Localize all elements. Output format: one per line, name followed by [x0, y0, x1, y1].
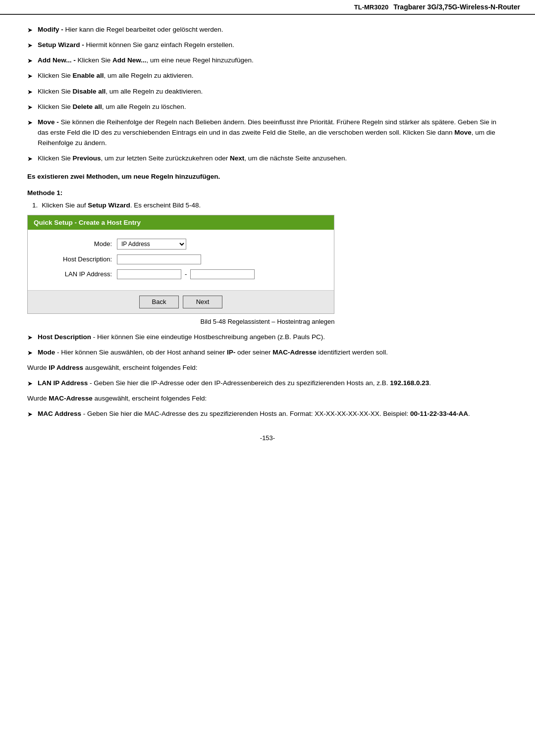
bullet-lan-ip: ➤ LAN IP Address - Geben Sie hier die IP… — [27, 378, 508, 389]
modify-label: Modify - — [38, 26, 63, 33]
quick-setup-body: Mode: IP Address MAC Address Host Descri… — [28, 230, 334, 290]
ip-bold: IP- — [227, 349, 235, 356]
bullet-host-description: ➤ Host Description - Hier können Sie ein… — [27, 332, 508, 343]
form-row-host-description: Host Description: — [38, 254, 324, 264]
back-button[interactable]: Back — [139, 296, 179, 308]
bullet-text-disable-all: Klicken Sie Disable all, um alle Regeln … — [38, 87, 508, 97]
bullet-text-previous-next: Klicken Sie Previous, um zur letzten Sei… — [38, 153, 508, 164]
bullet-disable-all: ➤ Klicken Sie Disable all, um alle Regel… — [27, 87, 508, 97]
ip-address-paragraph: Wurde IP Address ausgewählt, erscheint f… — [27, 363, 508, 373]
lan-ip-input-start[interactable] — [117, 269, 181, 279]
bullet-text-move: Move - Sie können die Reihenfolge der Re… — [38, 117, 508, 149]
bullet-arrow-icon: ➤ — [27, 25, 33, 35]
enable-all-label: Enable all — [73, 72, 104, 79]
page-title: Tragbarer 3G/3,75G-Wireless-N-Router — [393, 3, 520, 11]
bullet-modify: ➤ Modify - Hier kann die Regel bearbeite… — [27, 25, 508, 35]
bullet-text-modify: Modify - Hier kann die Regel bearbeitet … — [38, 25, 508, 35]
bullet-arrow-icon: ➤ — [27, 41, 33, 50]
bullet-arrow-icon: ➤ — [27, 56, 33, 66]
bullet-add-new: ➤ Add New... - Klicken Sie Add New..., u… — [27, 55, 508, 66]
add-new-label: Add New... - — [38, 56, 76, 64]
bullet-text-add-new: Add New... - Klicken Sie Add New..., um … — [38, 55, 508, 66]
bullet-arrow-icon: ➤ — [27, 154, 33, 164]
ip-address-bold: IP Address — [49, 364, 83, 371]
bullet-text-lan-ip: LAN IP Address - Geben Sie hier die IP-A… — [38, 378, 508, 389]
lan-ip-field: - — [117, 269, 255, 279]
bullet-delete-all: ➤ Klicken Sie Delete all, um alle Regeln… — [27, 102, 508, 112]
page-wrapper: TL-MR3020 Tragbarer 3G/3,75G-Wireless-N-… — [0, 0, 535, 756]
mac-address-paragraph: Wurde MAC-Adresse ausgewählt, erscheint … — [27, 394, 508, 404]
bullet-arrow-icon: ➤ — [27, 348, 33, 358]
previous-label: Previous — [73, 154, 101, 162]
mode-field: IP Address MAC Address — [117, 239, 186, 250]
dash-separator: - — [185, 270, 187, 278]
numbered-num: 1. — [32, 202, 38, 209]
bullet-text-setup-wizard: Setup Wizard - Hiermit können Sie ganz e… — [38, 40, 508, 50]
page-header: TL-MR3020 Tragbarer 3G/3,75G-Wireless-N-… — [0, 0, 535, 15]
bullet-enable-all: ➤ Klicken Sie Enable all, um alle Regeln… — [27, 71, 508, 81]
host-description-input[interactable] — [117, 254, 201, 264]
bullet-text-delete-all: Klicken Sie Delete all, um alle Regeln z… — [38, 102, 508, 112]
move-label: Move - — [38, 118, 59, 126]
quick-setup-footer: Back Next — [28, 290, 334, 313]
bullet-arrow-icon: ➤ — [27, 409, 33, 419]
bullet-setup-wizard: ➤ Setup Wizard - Hiermit können Sie ganz… — [27, 40, 508, 50]
bullet-mac-address: ➤ MAC Address - Geben Sie hier die MAC-A… — [27, 409, 508, 419]
numbered-item-1: 1. Klicken Sie auf Setup Wizard. Es ersc… — [32, 202, 508, 209]
mode-select[interactable]: IP Address MAC Address — [117, 239, 186, 250]
next-button[interactable]: Next — [183, 296, 222, 308]
quick-setup-box: Quick Setup - Create a Host Entry Mode: … — [27, 215, 334, 314]
lan-ip-input-end[interactable] — [190, 269, 255, 279]
bullet-arrow-icon: ➤ — [27, 87, 33, 97]
mac-adresse-bold2: MAC-Adresse — [49, 395, 93, 402]
form-row-mode: Mode: IP Address MAC Address — [38, 239, 324, 250]
bullet-text-host-description: Host Description - Hier können Sie eine … — [38, 332, 508, 343]
bullet-arrow-icon: ➤ — [27, 333, 33, 343]
lan-ip-bold: LAN IP Address — [38, 379, 88, 387]
add-new-label2: Add New... — [112, 56, 147, 64]
content-area: ➤ Modify - Hier kann die Regel bearbeite… — [0, 15, 535, 456]
page-number: -153- — [27, 434, 508, 442]
host-description-label: Host Description: — [38, 255, 117, 263]
bullet-mode: ➤ Mode - Hier können Sie auswählen, ob d… — [27, 348, 508, 358]
mode-bold: Mode — [38, 349, 55, 356]
next-label: Next — [230, 154, 244, 162]
form-row-lan-ip: LAN IP Address: - — [38, 269, 324, 279]
method-heading: Methode 1: — [27, 189, 508, 197]
host-description-field — [117, 254, 201, 264]
mode-label: Mode: — [38, 240, 117, 248]
bullet-arrow-icon: ➤ — [27, 71, 33, 81]
host-desc-bold: Host Description — [38, 333, 91, 341]
bullet-text-mac-address: MAC Address - Geben Sie hier die MAC-Adr… — [38, 409, 508, 419]
bullet-arrow-icon: ➤ — [27, 102, 33, 112]
mac-adresse-bold: MAC-Adresse — [272, 349, 317, 356]
section-heading: Es existieren zwei Methoden, um neue Reg… — [27, 173, 508, 180]
setup-wizard-label: Setup Wizard - — [38, 41, 84, 49]
move-label2: Move — [454, 129, 472, 136]
lan-ip-label: LAN IP Address: — [38, 270, 117, 278]
bullet-text-enable-all: Klicken Sie Enable all, um alle Regeln z… — [38, 71, 508, 81]
mac-example-bold: 00-11-22-33-44-AA — [410, 410, 468, 417]
bullet-move: ➤ Move - Sie können die Reihenfolge der … — [27, 117, 508, 149]
mac-address-bold: MAC Address — [38, 410, 81, 417]
quick-setup-header: Quick Setup - Create a Host Entry — [28, 215, 334, 230]
ip-example-bold: 192.168.0.23 — [390, 379, 429, 387]
bullet-previous-next: ➤ Klicken Sie Previous, um zur letzten S… — [27, 153, 508, 164]
setup-wizard-bold: Setup Wizard — [88, 202, 130, 209]
bullet-arrow-icon: ➤ — [27, 118, 33, 128]
delete-all-label: Delete all — [73, 103, 102, 110]
numbered-text: Klicken Sie auf Setup Wizard. Es erschei… — [42, 202, 201, 209]
model-label: TL-MR3020 — [354, 3, 388, 11]
bullet-text-mode: Mode - Hier können Sie auswählen, ob der… — [38, 348, 508, 358]
figure-caption: Bild 5-48 Regelassistent – Hosteintrag a… — [27, 318, 508, 325]
disable-all-label: Disable all — [73, 88, 106, 95]
bullet-arrow-icon: ➤ — [27, 379, 33, 389]
